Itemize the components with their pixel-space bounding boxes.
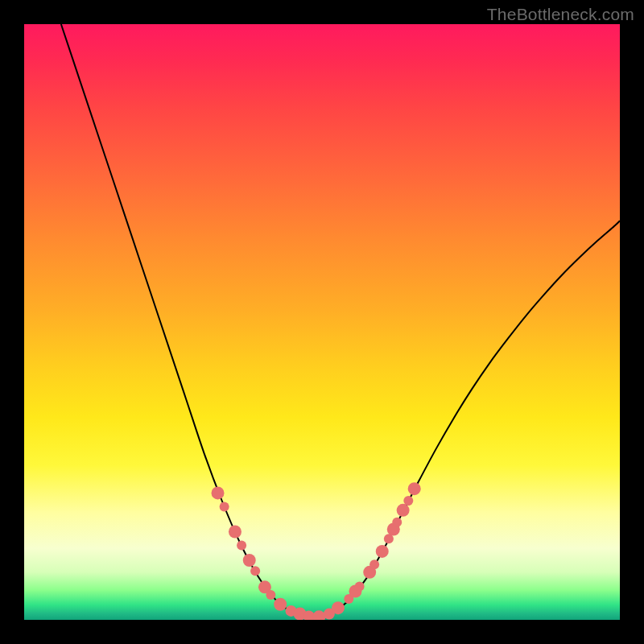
chart-frame: TheBottleneck.com bbox=[0, 0, 644, 644]
curve-layer bbox=[24, 24, 620, 620]
highlight-dot bbox=[212, 486, 225, 499]
highlight-dot bbox=[229, 525, 242, 538]
highlight-dot bbox=[274, 598, 287, 611]
highlight-dot bbox=[250, 566, 260, 576]
bottleneck-curve-path bbox=[61, 24, 620, 617]
plot-area bbox=[24, 24, 620, 620]
highlight-dot bbox=[408, 482, 421, 495]
highlight-dot bbox=[376, 545, 389, 558]
highlight-dot bbox=[243, 554, 256, 567]
highlight-dots bbox=[212, 482, 421, 620]
highlight-dot bbox=[220, 502, 229, 511]
highlight-dot bbox=[392, 518, 402, 527]
highlight-dot bbox=[355, 582, 365, 592]
watermark-label: TheBottleneck.com bbox=[487, 5, 634, 24]
highlight-dot bbox=[403, 496, 413, 506]
highlight-dot bbox=[312, 610, 325, 620]
highlight-dot bbox=[369, 559, 379, 569]
highlight-dot bbox=[266, 590, 275, 600]
bottleneck-curve bbox=[61, 24, 620, 617]
highlight-dot bbox=[397, 504, 410, 517]
highlight-dot bbox=[237, 541, 246, 551]
highlight-dot bbox=[332, 601, 345, 614]
